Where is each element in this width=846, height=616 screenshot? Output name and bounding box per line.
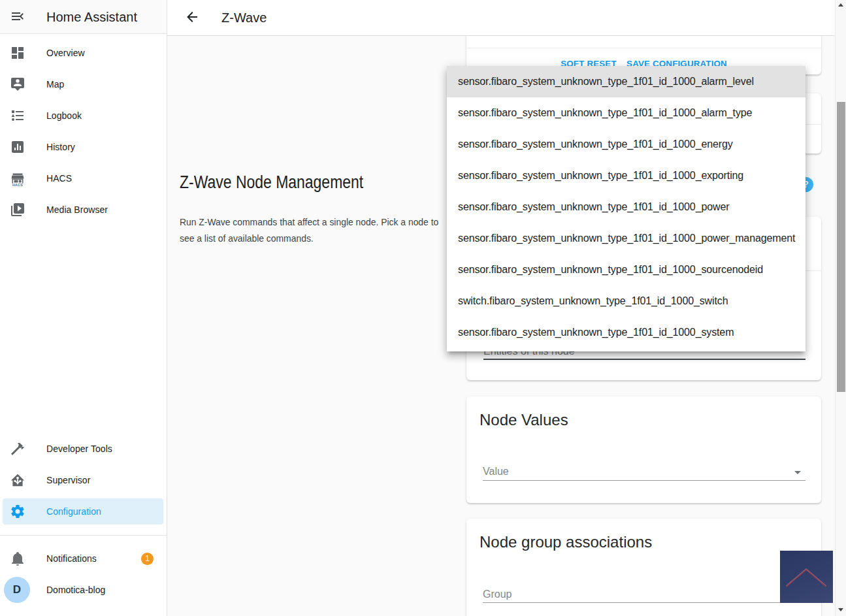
svg-text:HACS: HACS — [12, 183, 23, 187]
